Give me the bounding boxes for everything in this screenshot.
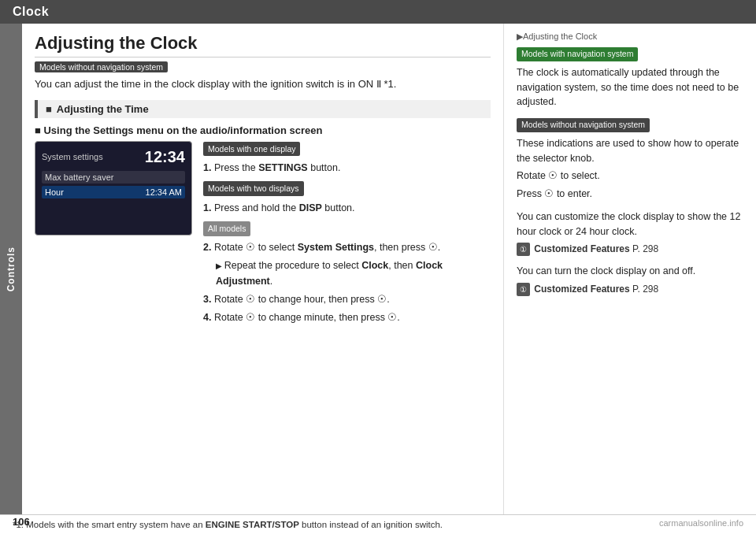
page-title: Adjusting the Clock bbox=[35, 33, 491, 57]
subsection-title: ■ Using the Settings menu on the audio/i… bbox=[35, 124, 491, 136]
watermark: carmanualsonline.info bbox=[659, 518, 743, 528]
right-customize-1: You can customize the clock display to s… bbox=[517, 210, 743, 257]
customize-text2: You can turn the clock display on and of… bbox=[517, 264, 743, 279]
right-no-nav-section: Models without navigation system These i… bbox=[517, 117, 743, 202]
section-box-time: Adjusting the Time bbox=[35, 100, 491, 118]
badge-all-models: All models bbox=[203, 221, 250, 236]
no-nav-rotate: Rotate ☉ to select. bbox=[517, 169, 743, 184]
screen-image: System settings 12:34 Max battery saver … bbox=[35, 141, 192, 235]
badge-no-nav-right: Models without navigation system bbox=[517, 118, 650, 132]
instructions: Models with one display 1. Press the SET… bbox=[203, 141, 491, 328]
screen-row-2: Hour 12:34 AM bbox=[42, 186, 185, 198]
badge-two-display: Models with two displays bbox=[203, 181, 304, 196]
left-column: Adjusting the Clock Models without navig… bbox=[22, 24, 504, 514]
no-nav-text1: These indications are used to show how t… bbox=[517, 136, 743, 166]
right-column: ▶Adjusting the Clock Models with navigat… bbox=[504, 24, 756, 514]
footer-note: *1: Models with the smart entry system h… bbox=[13, 520, 443, 529]
right-customize-2: You can turn the clock display on and of… bbox=[517, 264, 743, 296]
footer: *1: Models with the smart entry system h… bbox=[0, 514, 756, 534]
header-bar: Clock bbox=[0, 0, 756, 24]
right-nav-section: Models with navigation system The clock … bbox=[517, 46, 743, 109]
customize-link-2: ① Customized Features P. 298 bbox=[517, 282, 743, 296]
nav-text: The clock is automatically updated throu… bbox=[517, 65, 743, 109]
intro-text: You can adjust the time in the clock dis… bbox=[35, 76, 491, 92]
right-breadcrumb: ▶Adjusting the Clock bbox=[517, 32, 743, 42]
badge-nav: Models with navigation system bbox=[517, 47, 638, 61]
no-nav-press: Press ☉ to enter. bbox=[517, 187, 743, 202]
customize-text1: You can customize the clock display to s… bbox=[517, 210, 743, 239]
section-box-label: Adjusting the Time bbox=[57, 103, 149, 115]
badge-one-display: Models with one display bbox=[203, 142, 300, 157]
screen-title: System settings bbox=[42, 152, 103, 161]
screen-row-1: Max battery saver bbox=[42, 171, 185, 184]
customize-link-1: ① Customized Features P. 298 bbox=[517, 242, 743, 256]
sidebar: Controls bbox=[0, 24, 22, 514]
screen-time: 12:34 bbox=[145, 148, 185, 166]
page-number: 106 bbox=[13, 516, 30, 528]
sidebar-label: Controls bbox=[6, 247, 17, 291]
badge-no-nav: Models without navigation system bbox=[35, 61, 168, 72]
header-title: Clock bbox=[13, 5, 49, 18]
